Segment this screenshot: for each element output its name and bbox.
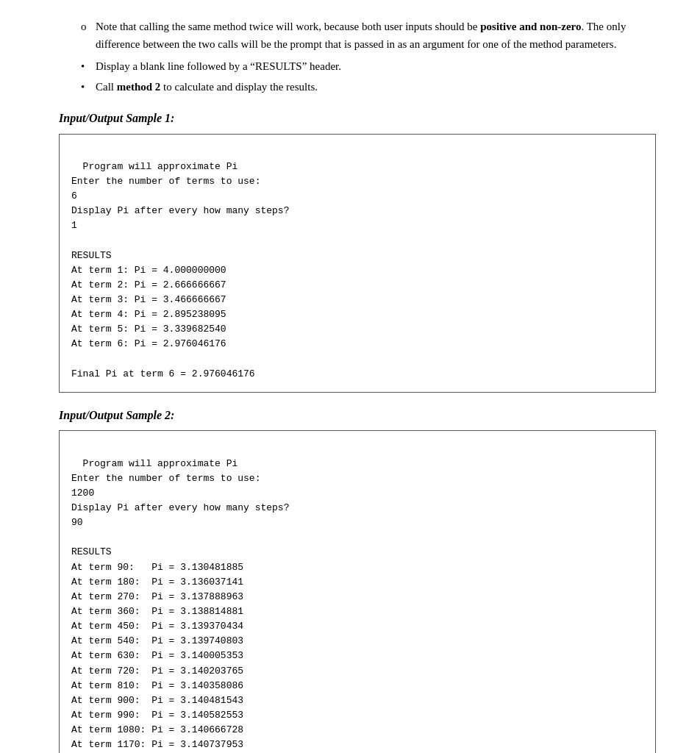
bullet-call-method2: Call method 2 to calculate and display t… — [81, 78, 656, 96]
sample1-code-box: Program will approximate Pi Enter the nu… — [59, 134, 656, 393]
bullet-display-text: Display a blank line followed by a “RESU… — [96, 60, 341, 72]
sample1-code: Program will approximate Pi Enter the nu… — [71, 161, 289, 379]
note-text: Note that calling the same method twice … — [96, 21, 626, 50]
bullet-display: Display a blank line followed by a “RESU… — [81, 57, 656, 75]
sub-bullet-note: Note that calling the same method twice … — [81, 18, 656, 53]
bold-positive-nonzero: positive and non-zero — [480, 21, 581, 32]
sample2-heading: Input/Output Sample 2: — [59, 406, 656, 425]
bold-method2: method 2 — [117, 81, 161, 93]
sample2-code-box: Program will approximate Pi Enter the nu… — [59, 430, 656, 753]
sample2-code: Program will approximate Pi Enter the nu… — [71, 458, 289, 753]
bullet-call-method2-text: Call method 2 to calculate and display t… — [96, 81, 318, 93]
sample1-heading: Input/Output Sample 1: — [59, 109, 656, 128]
